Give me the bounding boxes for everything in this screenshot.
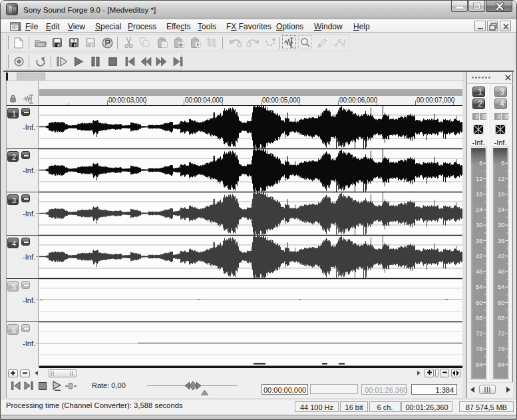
svg-text:12: 12 — [498, 175, 505, 182]
svg-text:60: 60 — [498, 299, 505, 306]
svg-text:30: 30 — [498, 221, 505, 228]
svg-text:42: 42 — [476, 252, 483, 260]
svg-text:36: 36 — [498, 237, 505, 244]
svg-text:6: 6 — [479, 159, 482, 166]
svg-text:6: 6 — [501, 159, 504, 166]
svg-text:24: 24 — [498, 206, 505, 213]
svg-text:54: 54 — [476, 283, 483, 290]
svg-text:?: ? — [73, 39, 75, 43]
svg-text:78: 78 — [498, 345, 505, 352]
svg-text:78: 78 — [476, 345, 483, 352]
svg-text:18: 18 — [498, 190, 505, 198]
svg-text:36: 36 — [476, 237, 483, 244]
svg-text:24: 24 — [476, 206, 483, 213]
svg-text:60: 60 — [476, 299, 483, 306]
svg-text:84: 84 — [476, 361, 483, 368]
svg-text:66: 66 — [476, 314, 483, 321]
svg-text:18: 18 — [476, 190, 483, 198]
svg-text:84: 84 — [498, 361, 505, 368]
svg-text:48: 48 — [498, 268, 505, 275]
svg-text:72: 72 — [498, 329, 505, 337]
svg-text:54: 54 — [498, 283, 505, 290]
svg-text:66: 66 — [498, 314, 505, 321]
svg-text:30: 30 — [476, 221, 483, 228]
svg-text:12: 12 — [476, 175, 483, 182]
svg-text:72: 72 — [476, 329, 483, 337]
svg-text:42: 42 — [498, 252, 505, 260]
svg-text:48: 48 — [476, 268, 483, 275]
